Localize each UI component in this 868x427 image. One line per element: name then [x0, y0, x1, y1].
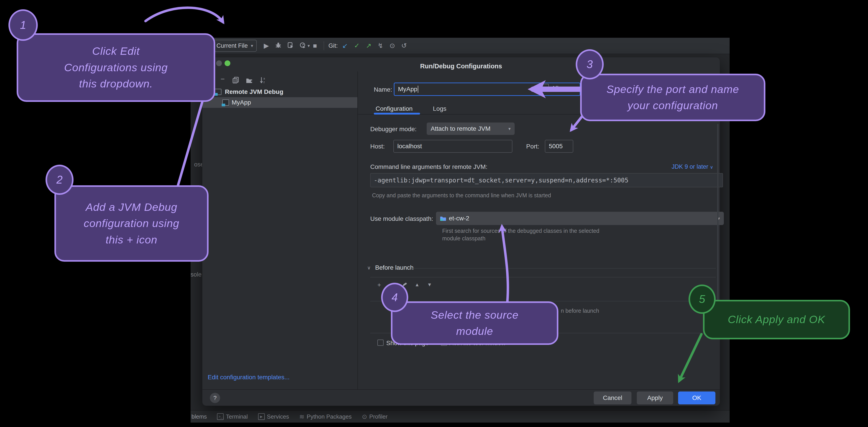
allow-multiple-instances-checkbox[interactable]	[542, 84, 549, 90]
git-cherry-pick-icon[interactable]: ↯	[378, 42, 383, 49]
allow-multiple-instances-label: Allow mu	[552, 85, 580, 92]
module-classpath-dropdown[interactable]: et-cw-2 ▾	[436, 212, 724, 225]
new-folder-icon[interactable]	[246, 77, 253, 84]
tab-python-packages-label: Python Packages	[307, 413, 351, 420]
active-tab-underline	[374, 113, 420, 114]
run-with-coverage-icon[interactable]	[288, 42, 293, 50]
tab-problems[interactable]: blems	[191, 413, 207, 420]
move-up-icon[interactable]: ▲	[415, 282, 420, 288]
svg-text:a: a	[264, 77, 265, 80]
tab-logs[interactable]: Logs	[433, 105, 446, 112]
chevron-down-icon: ▾	[251, 43, 253, 48]
git-commit-icon[interactable]: ✓	[354, 42, 360, 49]
ok-button[interactable]: OK	[678, 392, 715, 404]
panel-separator	[358, 71, 358, 389]
callout-3-number: 3	[587, 58, 593, 71]
apply-button[interactable]: Apply	[637, 392, 673, 404]
module-classpath-hint-line2: module classpath	[442, 235, 486, 242]
ide-status-bar: blems >_ Terminal ▶ Services ≋ Python Pa…	[191, 410, 730, 423]
callout-4-bubble: Select the source module	[391, 301, 558, 345]
cmd-args-field[interactable]: -agentlib:jdwp=transport=dt_socket,serve…	[370, 173, 723, 187]
callout-2-number: 2	[56, 173, 63, 186]
cmd-args-label: Command line arguments for remote JVM:	[370, 163, 488, 170]
callout-5-line: Click Apply and OK	[728, 311, 825, 328]
git-push-icon[interactable]: ↗	[366, 42, 371, 49]
debugger-mode-dropdown[interactable]: Attach to remote JVM ▾	[427, 123, 515, 135]
remote-jvm-debug-icon	[222, 99, 229, 106]
callout-3-bubble: Specify the port and name your configura…	[580, 74, 765, 121]
chevron-down-icon: ∨	[710, 165, 713, 170]
module-classpath-hint-line1: First search for sources of the debugged…	[442, 228, 599, 234]
module-icon	[440, 216, 446, 221]
callout-2-line: Add a JVM Debug	[86, 199, 178, 216]
chevron-down-icon: ▾	[508, 126, 510, 131]
callout-5-bubble: Click Apply and OK	[703, 300, 850, 339]
sort-configurations-icon[interactable]: az	[260, 77, 266, 85]
name-label: Name:	[374, 86, 392, 93]
remove-configuration-icon[interactable]: −	[221, 75, 225, 83]
port-value: 5005	[549, 143, 563, 150]
profiler-chevron-icon[interactable]: ▾	[308, 43, 310, 48]
edit-configuration-templates-link[interactable]: Edit configuration templates...	[208, 374, 290, 381]
before-launch-panel-top-border	[370, 277, 716, 277]
ok-label: OK	[692, 394, 701, 401]
tab-python-packages[interactable]: ≋ Python Packages	[299, 413, 351, 420]
before-launch-label: Before launch	[375, 264, 413, 271]
cmd-args-value: -agentlib:jdwp=transport=dt_socket,serve…	[374, 177, 628, 184]
help-button[interactable]: ?	[210, 393, 220, 403]
tree-node-label: MyApp	[232, 99, 251, 106]
copy-configuration-icon[interactable]	[232, 77, 239, 84]
services-icon: ▶	[258, 413, 265, 420]
tab-configuration[interactable]: Configuration	[376, 105, 413, 112]
callout-1-line: Click Edit	[92, 43, 140, 60]
callout-3-line: Specify the port and name	[607, 81, 739, 98]
host-input[interactable]: localhost	[393, 140, 513, 153]
tab-profiler-label: Profiler	[369, 413, 388, 420]
debugger-mode-label: Debugger mode:	[370, 126, 417, 133]
history-icon[interactable]: ⊙	[390, 42, 395, 49]
callout-5-badge: 5	[688, 285, 716, 314]
name-value: MyApp	[398, 86, 417, 93]
before-launch-expand-icon[interactable]: ∨	[367, 265, 371, 271]
profiler-icon[interactable]	[300, 42, 306, 50]
move-down-icon[interactable]: ▼	[427, 282, 432, 288]
host-label: Host:	[370, 143, 385, 150]
git-update-icon[interactable]: ↙	[342, 42, 348, 49]
text-caret	[418, 86, 418, 93]
remote-jvm-debug-icon	[215, 89, 221, 95]
callout-1-number: 1	[20, 19, 26, 32]
tree-node-remote-jvm-debug[interactable]: ∨ Remote JVM Debug	[202, 87, 358, 97]
tab-services[interactable]: ▶ Services	[258, 413, 289, 420]
profiler-tab-icon: ⊙	[362, 413, 367, 420]
show-this-page-checkbox[interactable]	[377, 339, 383, 346]
before-launch-add-icon[interactable]: +	[377, 282, 381, 289]
run-icon[interactable]: ▶	[264, 42, 269, 49]
jdk-version-selector[interactable]: JDK 9 or later ∨	[672, 163, 713, 170]
callout-4-line: module	[456, 323, 493, 339]
callout-1-line: Configurations using	[64, 60, 168, 76]
callout-2-line: this + icon	[106, 232, 157, 248]
callout-5-number: 5	[699, 293, 705, 306]
arrow-to-run-config-dropdown	[146, 8, 223, 22]
svg-text:z: z	[264, 80, 265, 84]
port-input[interactable]: 5005	[545, 140, 573, 153]
tree-node-label: Remote JVM Debug	[225, 88, 283, 95]
stop-icon[interactable]: ■	[313, 42, 317, 49]
terminal-icon: >_	[217, 413, 224, 420]
host-value: localhost	[397, 143, 422, 150]
toolwindow-label-fragment: sole	[191, 271, 202, 278]
dialog-title: Run/Debug Configurations	[202, 63, 720, 70]
run-configuration-dropdown[interactable]: Current File ▾	[213, 40, 257, 52]
toolbar-separator	[323, 41, 324, 50]
tab-terminal[interactable]: >_ Terminal	[217, 413, 248, 420]
port-label: Port:	[526, 143, 539, 150]
debug-icon[interactable]	[275, 42, 281, 50]
cancel-button[interactable]: Cancel	[594, 392, 631, 404]
tab-profiler[interactable]: ⊙ Profiler	[362, 413, 388, 420]
tab-problems-label: blems	[191, 413, 207, 420]
tree-node-myapp-selected[interactable]: MyApp	[202, 97, 358, 108]
callout-1-badge: 1	[8, 9, 38, 41]
tab-terminal-label: Terminal	[226, 413, 248, 420]
callout-4-line: Select the source	[431, 307, 519, 323]
rollback-icon[interactable]: ↺	[401, 42, 407, 49]
